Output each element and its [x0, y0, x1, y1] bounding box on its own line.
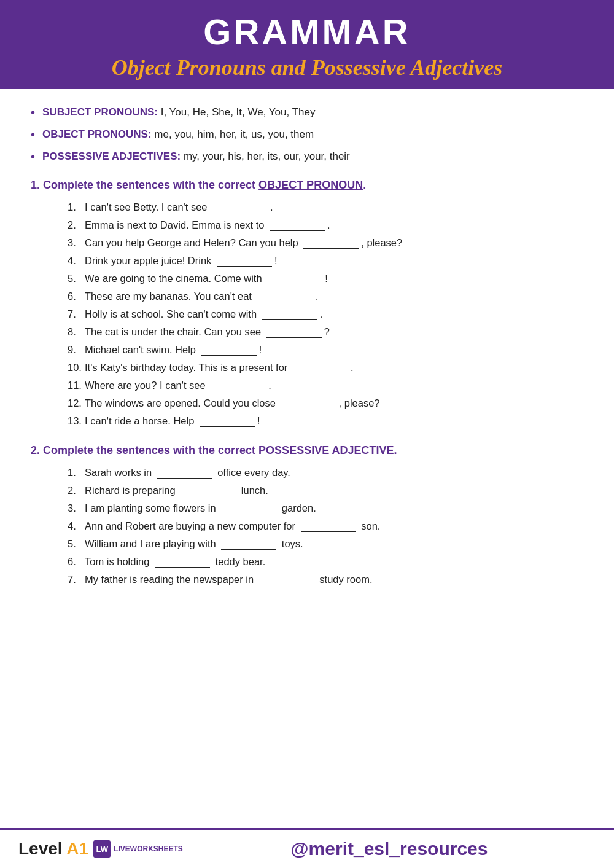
lw-icon-text: LW: [96, 845, 108, 854]
section1-title-underline: OBJECT PRONOUN: [258, 179, 363, 191]
section1-title-suffix: .: [363, 179, 366, 191]
sentence-text: These are my bananas. You can't eat .: [85, 291, 317, 302]
exercise-item: 10.It's Katy's birthday today. This is a…: [68, 362, 583, 373]
blank[interactable]: [217, 266, 272, 267]
page-title: GRAMMAR: [18, 11, 596, 52]
blank[interactable]: [281, 409, 336, 409]
list-item: OBJECT PRONOUNS: me, you, him, her, it, …: [31, 128, 583, 142]
page-subtitle: Object Pronouns and Possessive Adjective…: [18, 55, 596, 80]
sentence-text: Tom is holding teddy bear.: [85, 556, 265, 568]
sentence-text: William and I are playing with toys.: [85, 538, 303, 550]
blank[interactable]: [200, 426, 255, 427]
sentence-text: Sarah works in office every day.: [85, 467, 290, 479]
sentence-text: I can't ride a horse. Help !: [85, 415, 260, 427]
section1-list: 1.I can't see Betty. I can't see . 2.Emm…: [68, 201, 583, 427]
blank[interactable]: [181, 496, 236, 496]
blank[interactable]: [201, 355, 257, 356]
footer-left: Level A1 LW LIVEWORKSHEETS: [18, 839, 183, 859]
blank[interactable]: [267, 284, 322, 284]
subject-pronouns-title: SUBJECT PRONOUNS:: [42, 106, 158, 118]
exercise-item: 8.The cat is under the chair. Can you se…: [68, 326, 583, 338]
subject-pronouns-label: SUBJECT PRONOUNS: I, You, He, She, It, W…: [42, 106, 315, 119]
sentence-text: I am planting some flowers in garden.: [85, 502, 316, 514]
exercise-item: 6.Tom is holding teddy bear.: [68, 556, 583, 568]
exercise-item: 6.These are my bananas. You can't eat .: [68, 291, 583, 302]
section2-title: 2. Complete the sentences with the corre…: [31, 444, 583, 457]
footer: Level A1 LW LIVEWORKSHEETS @merit_esl_re…: [0, 828, 614, 868]
blank[interactable]: [301, 531, 356, 532]
possessive-adjectives-text: my, your, his, her, its, our, your, thei…: [184, 151, 350, 162]
info-list: SUBJECT PRONOUNS: I, You, He, She, It, W…: [31, 106, 583, 164]
blank[interactable]: [303, 248, 359, 249]
sentence-text: Where are you? I can't see .: [85, 380, 271, 391]
possessive-adjectives-label: POSSESSIVE ADJECTIVES: my, your, his, he…: [42, 151, 350, 163]
blank[interactable]: [155, 567, 210, 568]
exercise-item: 2.Emma is next to David. Emma is next to…: [68, 219, 583, 231]
sentence-text: Holly is at school. She can't come with …: [85, 308, 322, 320]
exercise-item: 4.Ann and Robert are buying a new comput…: [68, 520, 583, 532]
sentence-text: It's Katy's birthday today. This is a pr…: [85, 362, 354, 373]
exercise-item: 11.Where are you? I can't see .: [68, 380, 583, 391]
sentence-text: Michael can't swim. Help !: [85, 344, 262, 356]
subject-pronouns-text: I, You, He, She, It, We, You, They: [161, 106, 316, 118]
header: GRAMMAR Object Pronouns and Possessive A…: [0, 0, 614, 89]
sentence-text: The cat is under the chair. Can you see …: [85, 326, 330, 338]
section1-title-prefix: 1. Complete the sentences with the corre…: [31, 179, 258, 191]
object-pronouns-label: OBJECT PRONOUNS: me, you, him, her, it, …: [42, 128, 314, 141]
blank[interactable]: [157, 478, 212, 479]
section2-title-prefix: 2. Complete the sentences with the corre…: [31, 444, 258, 456]
section2-title-underline: POSSESSIVE ADJECTIVE: [258, 444, 394, 456]
blank[interactable]: [293, 373, 348, 373]
liveworksheets-icon: LW: [93, 840, 111, 858]
exercise-item: 4.Drink your apple juice! Drink !: [68, 255, 583, 267]
sentence-text: Drink your apple juice! Drink !: [85, 255, 278, 267]
sentence-text: Emma is next to David. Emma is next to .: [85, 219, 330, 231]
section2-list: 1.Sarah works in office every day. 2.Ric…: [68, 467, 583, 585]
object-pronouns-text: me, you, him, her, it, us, you, them: [154, 128, 314, 140]
content-area: SUBJECT PRONOUNS: I, You, He, She, It, W…: [0, 89, 614, 828]
section1-title: 1. Complete the sentences with the corre…: [31, 179, 583, 192]
blank[interactable]: [266, 337, 322, 338]
possessive-adjectives-title: POSSESSIVE ADJECTIVES:: [42, 151, 181, 162]
sentence-text: I can't see Betty. I can't see .: [85, 201, 273, 213]
list-item: POSSESSIVE ADJECTIVES: my, your, his, he…: [31, 151, 583, 164]
exercise-item: 7.Holly is at school. She can't come wit…: [68, 308, 583, 320]
exercise-item: 3.I am planting some flowers in garden.: [68, 502, 583, 514]
exercise-item: 1.Sarah works in office every day.: [68, 467, 583, 479]
section2-title-suffix: .: [394, 444, 397, 456]
blank[interactable]: [211, 391, 266, 391]
exercise-item: 9.Michael can't swim. Help !: [68, 344, 583, 356]
exercise-item: 7.My father is reading the newspaper in …: [68, 574, 583, 585]
blank[interactable]: [221, 549, 276, 550]
exercise-item: 13.I can't ride a horse. Help !: [68, 415, 583, 427]
liveworksheets-text: LIVEWORKSHEETS: [114, 845, 183, 853]
sentence-text: Ann and Robert are buying a new computer…: [85, 520, 380, 532]
exercise-item: 2.Richard is preparing lunch.: [68, 485, 583, 496]
blank[interactable]: [262, 319, 317, 320]
object-pronouns-title: OBJECT PRONOUNS:: [42, 128, 152, 140]
blank[interactable]: [259, 585, 314, 585]
sentence-text: We are going to the cinema. Come with !: [85, 273, 328, 284]
list-item: SUBJECT PRONOUNS: I, You, He, She, It, W…: [31, 106, 583, 120]
level-text: Level: [18, 839, 63, 858]
exercise-item: 5.We are going to the cinema. Come with …: [68, 273, 583, 284]
exercise-item: 5.William and I are playing with toys.: [68, 538, 583, 550]
sentence-text: My father is reading the newspaper in st…: [85, 574, 373, 585]
footer-social: @merit_esl_resources: [183, 839, 596, 859]
level-code: A1: [66, 839, 88, 858]
exercise-item: 1.I can't see Betty. I can't see .: [68, 201, 583, 213]
blank[interactable]: [270, 230, 325, 231]
liveworksheets-brand: LW LIVEWORKSHEETS: [93, 840, 183, 858]
sentence-text: The windows are opened. Could you close …: [85, 397, 380, 409]
blank[interactable]: [257, 302, 313, 302]
sentence-text: Can you help George and Helen? Can you h…: [85, 237, 402, 249]
exercise-item: 3.Can you help George and Helen? Can you…: [68, 237, 583, 249]
sentence-text: Richard is preparing lunch.: [85, 485, 268, 496]
level-badge: Level A1: [18, 839, 88, 859]
blank[interactable]: [221, 514, 276, 514]
blank[interactable]: [212, 213, 268, 213]
exercise-item: 12.The windows are opened. Could you clo…: [68, 397, 583, 409]
